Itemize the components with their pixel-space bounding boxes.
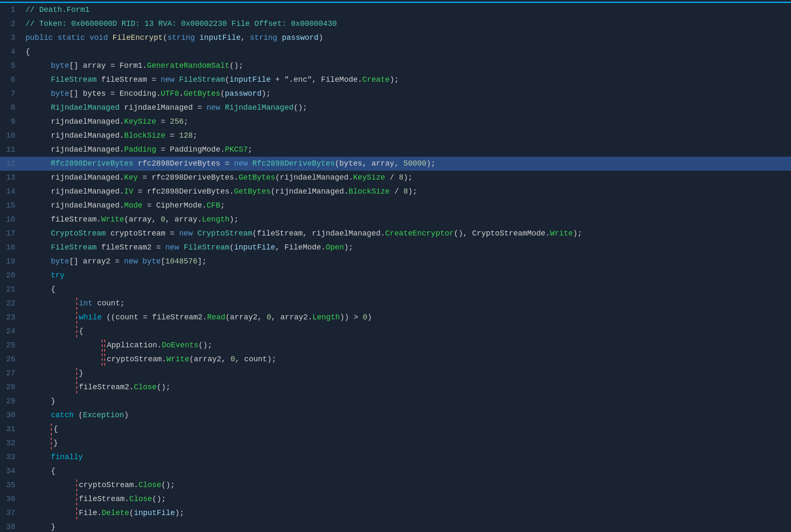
token: 8 xyxy=(404,186,408,198)
token: , array2. xyxy=(271,311,312,324)
token: Mode xyxy=(124,200,142,212)
token: string xyxy=(250,32,282,44)
code-line-18: 18FileStream fileStream2 = new FileStrea… xyxy=(0,241,791,255)
code-line-20: 20try xyxy=(0,269,791,283)
token: (), CryptoStreamMode. xyxy=(454,227,550,240)
token: { xyxy=(53,423,58,436)
line-number-33: 33 xyxy=(0,450,22,464)
token: new xyxy=(124,255,142,268)
token: rfc2898DeriveBytes = xyxy=(133,158,234,170)
line-content-19: byte[] array2 = new byte[1048576]; xyxy=(22,255,791,269)
line-content-5: byte[] array = Form1.GenerateRandomSalt(… xyxy=(22,59,791,73)
token: RijndaelManaged xyxy=(225,102,293,114)
line-content-10: rijndaelManaged.BlockSize = 128; xyxy=(22,129,791,143)
token: IV xyxy=(124,186,134,198)
token: / xyxy=(385,172,399,184)
line-number-3: 3 xyxy=(0,31,22,45)
dashed-border-outer xyxy=(76,382,77,393)
token: (); xyxy=(198,339,212,352)
token: CreateEncryptor xyxy=(385,227,454,240)
token: (fileStream, rijndaelManaged. xyxy=(252,227,385,240)
token: )) > xyxy=(340,311,363,324)
line-number-13: 13 xyxy=(0,171,22,185)
token: ); xyxy=(175,507,184,520)
token: Rfc2898DeriveBytes xyxy=(252,158,334,170)
line-content-3: public static void FileEncrypt(string in… xyxy=(22,31,791,45)
line-number-10: 10 xyxy=(0,129,22,143)
token: // Token: 0x0600000D RID: 13 RVA: 0x0000… xyxy=(25,18,337,30)
line-number-21: 21 xyxy=(0,283,22,296)
line-number-14: 14 xyxy=(0,185,22,199)
token: + ".enc", FileMode. xyxy=(271,74,362,86)
code-editor: 1// Death.Form12// Token: 0x0600000D RID… xyxy=(0,0,791,532)
token: public xyxy=(25,32,58,44)
token: ); xyxy=(390,74,399,86)
token: KeySize xyxy=(353,172,385,184)
dashed-border-outer xyxy=(76,479,77,491)
token: 50000 xyxy=(404,158,426,170)
token: Write xyxy=(550,227,573,240)
token: } xyxy=(51,395,56,408)
token: inputFile xyxy=(200,32,241,44)
token: , FileMode. xyxy=(275,241,326,254)
dashed-border-outer xyxy=(76,507,77,519)
token: ( xyxy=(220,88,225,100)
line-content-38: } xyxy=(22,520,791,532)
token: fileStream2 = xyxy=(97,241,165,254)
token: 256 xyxy=(170,116,184,128)
token: fileStream. xyxy=(79,493,129,506)
token: ); xyxy=(408,186,418,198)
code-line-4: 4{ xyxy=(0,45,791,59)
token: count; xyxy=(92,297,125,310)
token: Create xyxy=(362,74,390,86)
code-line-19: 19byte[] array2 = new byte[1048576]; xyxy=(0,255,791,269)
token: CryptoStream xyxy=(198,227,253,240)
token: FileStream xyxy=(184,241,229,254)
line-content-35: cryptoStream.Close(); xyxy=(22,478,791,492)
token: Write xyxy=(101,213,124,226)
token: (); xyxy=(152,493,166,506)
token: [] bytes = Encoding. xyxy=(69,88,161,100)
line-number-9: 9 xyxy=(0,115,22,129)
token: 128 xyxy=(179,130,192,142)
line-content-14: rijndaelManaged.IV = rfc2898DeriveBytes.… xyxy=(22,185,791,199)
line-content-15: rijndaelManaged.Mode = CipherMode.CFB; xyxy=(22,199,791,213)
line-number-24: 24 xyxy=(0,324,22,338)
code-line-5: 5byte[] array = Form1.GenerateRandomSalt… xyxy=(0,59,791,73)
line-content-33: finally xyxy=(22,450,791,464)
code-line-17: 17CryptoStream cryptoStream = new Crypto… xyxy=(0,227,791,241)
line-content-6: FileStream fileStream = new FileStream(i… xyxy=(22,73,791,87)
token: , count); xyxy=(235,353,276,366)
token: 0 xyxy=(231,353,235,366)
token: rijndaelManaged = xyxy=(120,102,206,114)
code-line-34: 34{ xyxy=(0,464,791,478)
code-line-11: 11rijndaelManaged.Padding = PaddingMode.… xyxy=(0,143,791,157)
line-content-25: Application.DoEvents(); xyxy=(22,338,791,352)
token: ( xyxy=(163,32,167,44)
token: ); xyxy=(573,227,582,240)
line-number-12: 12 xyxy=(0,157,22,171)
token: GetBytes xyxy=(239,172,275,184)
token: ); xyxy=(344,241,353,254)
line-number-30: 30 xyxy=(0,408,22,422)
token: } xyxy=(53,437,58,450)
line-content-8: RijndaelManaged rijndaelManaged = new Ri… xyxy=(22,101,791,115)
token: = CipherMode. xyxy=(142,200,206,212)
token: cryptoStream. xyxy=(107,353,166,366)
token: = rfc2898DeriveBytes. xyxy=(133,186,234,198)
token: 0 xyxy=(267,311,271,324)
line-content-32: } xyxy=(22,436,791,450)
line-content-23: while ((count = fileStream2.Read(array2,… xyxy=(22,310,791,324)
line-number-18: 18 xyxy=(0,241,22,255)
token: FileStream xyxy=(51,74,97,86)
line-number-25: 25 xyxy=(0,338,22,352)
code-line-22: 22int count; xyxy=(0,296,791,310)
line-number-28: 28 xyxy=(0,380,22,394)
line-number-11: 11 xyxy=(0,143,22,157)
code-line-15: 15rijndaelManaged.Mode = CipherMode.CFB; xyxy=(0,199,791,213)
dashed-border-outer xyxy=(76,312,77,324)
token: 8 xyxy=(399,172,404,184)
dashed-border-outer xyxy=(76,298,77,310)
token: (); xyxy=(294,102,307,114)
token: ) xyxy=(318,32,323,44)
